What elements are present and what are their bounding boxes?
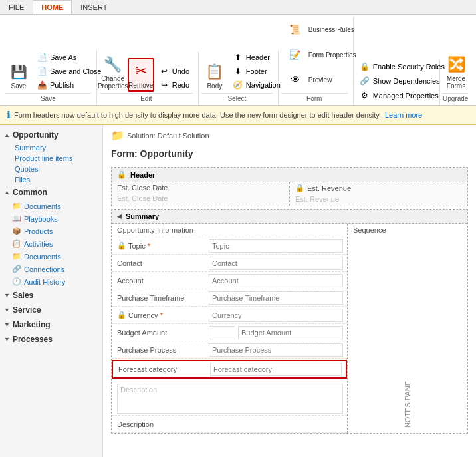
remove-button[interactable]: ✂ Remove [128,58,154,92]
header-col-close-date: Est. Close Date Est. Close Date [112,182,290,206]
header-button[interactable]: ⬆ Header [229,51,284,64]
description-placeholder: Description [117,384,343,414]
account-label: Account [112,275,205,286]
sidebar-section-processes-header[interactable]: ▼ Processes [0,332,102,347]
save-close-label: Save and Close [50,67,102,75]
sidebar: ▲ Opportunity Summary Product line items… [0,125,103,457]
navigation-button[interactable]: 🧭 Navigation [229,78,284,92]
save-as-button[interactable]: 📄 Save As [33,51,105,64]
account-input[interactable] [209,274,343,287]
sidebar-item-files[interactable]: Files [0,174,102,185]
ribbon-group-edit: 🔧 ChangeProperties ✂ Remove ↩ Undo ↪ Red… [97,52,199,105]
budget-amount-input[interactable] [238,326,343,339]
change-properties-button[interactable]: 🔧 ChangeProperties [100,52,126,92]
sidebar-section-sales-header[interactable]: ▼ Sales [0,288,102,303]
breadcrumb-text: Solution: Default Solution [127,132,209,140]
save-small-group: 📄 Save As 📄 Save and Close 📤 Publish [33,51,105,92]
show-dependencies-button[interactable]: 🔗 Show Dependencies [356,75,443,88]
est-revenue-label: 🔒 Est. Revenue [290,182,467,194]
sidebar-item-documents2[interactable]: 📁Documents [0,250,102,263]
sidebar-item-products[interactable]: 📦Products [0,225,102,237]
opportunity-section-label: Opportunity [13,130,59,140]
opportunity-chevron: ▲ [4,132,10,138]
docs1-icon: 📁 [12,202,21,210]
save-as-label: Save As [50,53,76,61]
forecast-category-label: Forecast category [113,364,206,375]
preview-button[interactable]: 👁 Preview [281,68,336,92]
upgrade-group-buttons: 🔀 MergeForms [443,52,468,92]
dependencies-icon: 🔗 [360,76,370,86]
undo-button[interactable]: ↩ Undo [156,65,193,78]
contact-input[interactable] [209,257,343,270]
currency-required: * [160,311,163,319]
purchase-timeframe-input-wrap [205,290,347,306]
select-group-label: Select [201,93,273,102]
summary-section-header[interactable]: ◀ Summary [112,210,467,224]
managed-properties-button[interactable]: ⚙ Managed Properties [356,89,442,102]
save-group-label: Save [5,93,91,102]
fields-left: Opportunity Information 🔒 Topic * [112,224,348,433]
tab-home[interactable]: HOME [33,0,72,14]
sidebar-section-service-header[interactable]: ▼ Service [0,303,102,317]
info-bar: ℹ Form headers now default to high densi… [0,106,476,125]
est-revenue-input[interactable]: Est. Revenue [290,194,467,206]
header-section-label: Header [130,171,155,179]
breadcrumb: 📁 Solution: Default Solution [103,125,476,146]
publish-button[interactable]: 📤 Publish [33,78,105,92]
budget-mini-field [209,326,235,339]
products-icon: 📦 [12,227,21,235]
merge-forms-button[interactable]: 🔀 MergeForms [443,52,469,92]
field-row-topic: 🔒 Topic * [112,237,347,255]
topic-input[interactable] [209,239,343,253]
ribbon-group-save: 💾 Save 📄 Save As 📄 Save and Close 📤 Publ… [3,51,97,105]
undo-label: Undo [172,67,189,75]
sidebar-section-opportunity-header[interactable]: ▲ Opportunity [0,128,102,142]
sidebar-item-quotes[interactable]: Quotes [0,164,102,174]
form-properties-button[interactable]: 📝 Form Properties [281,43,360,67]
common-section-label: Common [13,188,47,197]
sidebar-item-connections[interactable]: 🔗Connections [0,263,102,275]
forecast-category-input[interactable] [210,363,342,376]
header-section-header[interactable]: 🔒 Header [112,168,467,182]
form-properties-label: Form Properties [308,51,356,59]
tab-file[interactable]: FILE [0,0,33,14]
save-icon: 💾 [8,61,29,82]
body-button[interactable]: 📋 Body [201,59,228,92]
enable-security-roles-button[interactable]: 🔒 Enable Security Roles [356,60,448,73]
description-input-wrap: Description [112,382,347,415]
summary-section-label: Summary [126,212,159,220]
sidebar-item-product-line-items[interactable]: Product line items [0,153,102,164]
show-dependencies-label: Show Dependencies [373,77,440,85]
sidebar-section-marketing-header[interactable]: ▼ Marketing [0,317,102,332]
purchase-timeframe-input[interactable] [209,291,343,305]
learn-more-link[interactable]: Learn more [385,111,422,119]
close-date-input[interactable]: Est. Close Date [112,193,289,205]
preview-label: Preview [308,76,332,84]
currency-input[interactable] [209,309,343,322]
edit-group-buttons: 🔧 ChangeProperties ✂ Remove ↩ Undo ↪ Red… [100,52,193,92]
save-close-icon: 📄 [37,66,47,76]
sidebar-item-playbooks[interactable]: 📖Playbooks [0,212,102,225]
footer-icon: ⬇ [233,66,243,76]
forecast-category-input-wrap [206,361,346,377]
business-rules-button[interactable]: 📜 Business Rules [281,17,358,41]
header-label: Header [246,53,270,61]
ribbon-group-upgrade: 🔀 MergeForms Upgrade [440,52,473,105]
field-row-budget-amount: Budget Amount [112,324,347,341]
form-title-name: Opportunity [140,148,193,159]
redo-button[interactable]: ↪ Redo [156,78,193,92]
sidebar-item-summary[interactable]: Summary [0,142,102,153]
sidebar-item-audit-history[interactable]: 🕐Audit History [0,275,102,288]
purchase-process-input[interactable] [209,343,343,357]
save-close-button[interactable]: 📄 Save and Close [33,65,105,78]
sidebar-item-activities[interactable]: 📋Activities [0,237,102,250]
sidebar-section-common-header[interactable]: ▲ Common [0,185,102,200]
save-button[interactable]: 💾 Save [5,59,32,92]
form-properties-icon: 📝 [285,44,306,65]
sidebar-item-documents1[interactable]: 📁Documents [0,200,102,212]
field-row-account: Account [112,272,347,289]
footer-button[interactable]: ⬇ Footer [229,65,284,78]
topic-input-wrap [205,238,347,254]
tab-insert[interactable]: INSERT [72,0,116,14]
common-chevron: ▲ [4,189,10,196]
